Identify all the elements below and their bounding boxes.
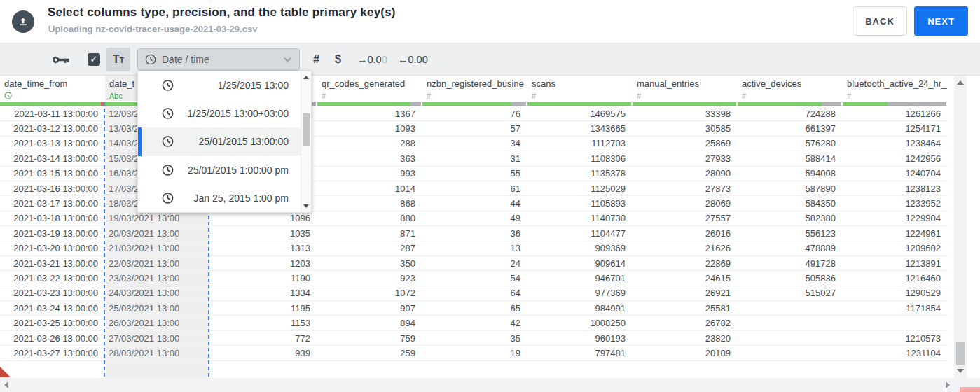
table-cell: 1238123 (843, 181, 948, 195)
table-cell: 946701 (527, 271, 633, 285)
table-cell: 505836 (738, 271, 843, 285)
clock-icon (162, 164, 174, 176)
table-cell: 65 (422, 301, 527, 315)
select-column-checkbox[interactable]: ✓ (88, 53, 100, 66)
table-cell: 21/03/2021 13:00 (105, 241, 209, 255)
table-cell: 939 (209, 346, 317, 360)
scroll-up-arrow[interactable] (957, 80, 964, 85)
back-button[interactable]: BACK (853, 6, 907, 36)
format-option[interactable]: Jan 25, 2015 1:00 pm (138, 184, 311, 212)
column-type-select[interactable]: Date / time (137, 48, 300, 71)
table-cell: 772 (209, 331, 317, 345)
table-cell: 19 (422, 346, 527, 360)
table-cell: 28069 (633, 196, 738, 210)
table-cell: 1105893 (527, 196, 633, 210)
table-cell: 584350 (738, 196, 843, 210)
format-option[interactable]: 25/01/2015 1:00:00 pm (138, 156, 311, 184)
table-cell: 1213891 (843, 256, 948, 270)
clock-icon (145, 54, 156, 65)
table-cell: 363 (317, 151, 422, 165)
table-cell: 1216460 (843, 271, 948, 285)
currency-type-button[interactable]: $ (335, 43, 341, 76)
table-cell: 26921 (633, 286, 738, 300)
vertical-scroll-thumb[interactable] (956, 342, 965, 365)
table-cell: 42 (422, 316, 527, 330)
table-cell (738, 346, 843, 360)
text-type-button[interactable]: Tt (106, 48, 130, 71)
table-cell: 27557 (633, 211, 738, 225)
table-cell: 13 (422, 241, 527, 255)
table-cell: 26/03/2021 13:00 (105, 316, 209, 330)
decrease-decimal-button[interactable]: ←0.00 (398, 43, 428, 76)
quality-bar (738, 102, 841, 106)
clock-icon (162, 192, 174, 204)
table-cell: 24/03/2021 13:00 (105, 286, 209, 300)
table-cell: 909369 (527, 241, 633, 255)
format-option-label: 25/01/2015 1:00:00 pm (188, 164, 289, 176)
dropdown-scroll-down-arrow[interactable] (303, 204, 309, 208)
scroll-right-arrow[interactable] (946, 382, 950, 388)
column-header-scans[interactable]: scans# (527, 76, 633, 101)
column-header-nzbn_registered_busine[interactable]: nzbn_registered_busine# (422, 76, 527, 101)
number-type-button[interactable]: # (313, 43, 319, 76)
table-cell: 55 (422, 167, 527, 181)
column-header-date_time_from[interactable]: date_time_from (0, 76, 105, 101)
table-cell: 25/03/2021 13:00 (105, 301, 209, 315)
row-error-flag (0, 367, 11, 377)
table-cell: 1238464 (843, 136, 948, 150)
next-button[interactable]: NEXT (914, 6, 968, 36)
table-cell: 1334 (209, 286, 317, 300)
table-cell: 49 (422, 211, 527, 225)
table-cell: 30585 (633, 121, 738, 135)
table-cell: 2021-03-13 13:00:00 (0, 136, 105, 150)
table-cell: 2021-03-18 13:00:00 (0, 211, 105, 225)
column-header-manual_entries[interactable]: manual_entries# (633, 76, 738, 101)
table-cell: 25581 (633, 301, 738, 315)
table-cell: 1229904 (843, 211, 948, 225)
table-cell: 556123 (738, 226, 843, 240)
increase-decimal-button[interactable]: →0.00 (357, 43, 387, 76)
scroll-left-arrow[interactable] (4, 382, 8, 388)
primary-key-icon[interactable] (52, 43, 70, 76)
wizard-header: Select columns type, precision, and the … (0, 0, 980, 43)
table-cell: 1008250 (527, 316, 633, 330)
column-header-bluetooth_active_24_hr_[interactable]: bluetooth_active_24_hr_# (843, 76, 948, 101)
table-cell: 24615 (633, 271, 738, 285)
column-header-active_devices[interactable]: active_devices# (738, 76, 843, 101)
quality-bar (527, 102, 631, 106)
table-cell: 57 (422, 121, 527, 135)
table-row: 2021-03-26 13:00:0027/03/2021 13:0077275… (0, 331, 948, 346)
format-option[interactable]: 1/25/2015 13:00+03:00 (138, 99, 311, 127)
table-cell: 478889 (738, 241, 843, 255)
table-cell: 1135378 (527, 167, 633, 181)
column-type-indicator: # (637, 92, 738, 101)
table-cell: 909614 (527, 256, 633, 270)
dropdown-scroll-up-arrow[interactable] (303, 76, 309, 79)
scroll-down-arrow[interactable] (957, 369, 964, 373)
vertical-scrollbar[interactable] (954, 76, 967, 378)
column-type-indicator (4, 92, 105, 101)
format-option[interactable]: 25/01/2015 13:00:00 (138, 127, 311, 155)
table-cell (843, 316, 948, 330)
table-cell: 1195 (209, 301, 317, 315)
table-cell: 1190 (209, 271, 317, 285)
dropdown-scroll-thumb[interactable] (303, 113, 310, 146)
format-option[interactable]: 1/25/2015 13:00 (138, 71, 311, 99)
table-cell: 1014 (317, 181, 422, 195)
dropdown-scrollbar[interactable] (301, 71, 311, 212)
table-cell: 1343665 (527, 121, 633, 135)
table-cell: 2021-03-26 13:00:00 (0, 331, 105, 345)
table-cell: 1112703 (527, 136, 633, 150)
table-cell: 1171854 (843, 301, 948, 315)
clock-icon (162, 136, 174, 148)
table-cell: 1224961 (843, 226, 948, 240)
table-cell: 259 (317, 346, 422, 360)
table-cell: 36 (422, 226, 527, 240)
column-header-qr_codes_generated[interactable]: qr_codes_generated# (317, 76, 422, 101)
horizontal-scrollbar[interactable] (0, 378, 980, 392)
table-cell: 1240704 (843, 167, 948, 181)
format-option-label: 25/01/2015 13:00:00 (199, 136, 289, 147)
format-option-label: Jan 25, 2015 1:00 pm (194, 192, 289, 204)
table-cell: 894 (317, 316, 422, 330)
column-type-indicator: # (742, 92, 843, 101)
